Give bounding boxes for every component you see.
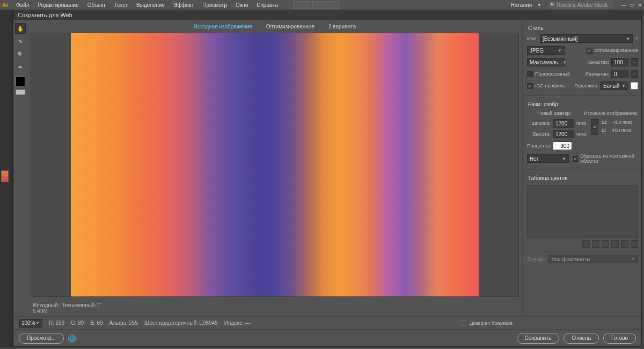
optimized-checkbox[interactable]: ✓ bbox=[587, 48, 592, 54]
width-label: Ширина: bbox=[527, 121, 551, 126]
slice-visibility-icon[interactable] bbox=[16, 90, 25, 95]
color-table-buttons bbox=[527, 240, 638, 248]
user-chevron-down-icon[interactable]: ▼ bbox=[537, 3, 541, 8]
canvas-info: Исходный: "Безымянный-1" 5,49M bbox=[27, 300, 522, 316]
toolbar-icon[interactable] bbox=[293, 1, 302, 9]
chevron-down-icon: ▼ bbox=[621, 84, 626, 88]
canvas-viewport[interactable] bbox=[31, 33, 519, 297]
status-b: B: 69 bbox=[90, 320, 103, 326]
browser-dither-label: Дизеринг браузера bbox=[470, 321, 513, 326]
status-r: R: 233 bbox=[49, 320, 64, 326]
icc-profile-label: ICC-профиль bbox=[535, 83, 565, 88]
preset-name-label: Имя: bbox=[527, 36, 538, 41]
toolbar-icon[interactable] bbox=[322, 1, 331, 9]
toolbar-icon[interactable] bbox=[332, 1, 340, 9]
save-button[interactable]: Сохранить bbox=[517, 333, 560, 344]
eyedropper-color-swatch bbox=[16, 77, 25, 86]
src-width-value: 400 пикс. bbox=[613, 120, 633, 125]
height-label: Высота: bbox=[527, 131, 551, 137]
blur-input[interactable]: 0 bbox=[611, 70, 628, 78]
ct-btn[interactable] bbox=[621, 240, 628, 248]
app-menubar: Ai Файл Редактирование Объект Текст Выде… bbox=[0, 0, 644, 10]
window-minimize-icon[interactable]: — bbox=[621, 2, 626, 8]
cancel-button[interactable]: Отмена bbox=[564, 333, 599, 344]
clip-artboard-label: Обрезать по монтажной области bbox=[580, 153, 638, 164]
preset-heading: Стиль bbox=[528, 25, 638, 31]
blur-stepper[interactable]: › bbox=[631, 70, 638, 78]
menubar-toolbar-icons bbox=[293, 1, 340, 9]
quality-stepper[interactable]: › bbox=[631, 58, 638, 66]
menu-help[interactable]: Справка bbox=[253, 2, 281, 8]
zoom-tool-icon[interactable]: 🔍 bbox=[15, 49, 26, 60]
progressive-checkbox[interactable] bbox=[527, 71, 533, 77]
chevron-down-icon: ▼ bbox=[626, 36, 630, 41]
window-restore-icon[interactable]: ▭ bbox=[630, 2, 634, 8]
width-input[interactable]: 1200 bbox=[553, 119, 574, 128]
canvas-info-filesize: 5,49M bbox=[33, 308, 517, 314]
image-size-heading: Разм. изобр. bbox=[528, 101, 638, 107]
matte-select[interactable]: Белый▼ bbox=[601, 81, 628, 90]
percent-input[interactable]: 300 bbox=[553, 142, 572, 150]
matte-color-swatch[interactable] bbox=[631, 82, 638, 90]
preview-in-browser-icon[interactable]: 🌐 bbox=[68, 335, 76, 342]
done-button[interactable]: Готово bbox=[603, 333, 636, 344]
adobe-stock-search-input[interactable]: Поиск в Adobe Stock bbox=[549, 1, 613, 9]
quality-input[interactable]: 100 bbox=[611, 58, 628, 66]
menu-edit[interactable]: Редактирование bbox=[34, 2, 83, 8]
chevron-down-icon: ▼ bbox=[35, 321, 40, 325]
format-select[interactable]: JPEG▼ bbox=[527, 46, 565, 55]
menu-window[interactable]: Окно bbox=[232, 2, 252, 8]
menu-effect[interactable]: Эффект bbox=[170, 2, 197, 8]
height-input[interactable]: 1200 bbox=[553, 130, 574, 138]
toolbar-icon[interactable] bbox=[312, 1, 321, 9]
tab-original[interactable]: Исходное изображение bbox=[191, 23, 255, 31]
canvas-image bbox=[71, 33, 479, 297]
ct-trash-icon[interactable] bbox=[631, 240, 638, 248]
save-for-web-dialog: Сохранить для Web ✋ ✎ 🔍 ✒ Исходное изобр… bbox=[13, 10, 642, 347]
gradient-swatch bbox=[1, 170, 9, 182]
px-unit: пикс. bbox=[576, 121, 588, 126]
status-bar: 100%▼ R: 233 G: 89 B: 69 Альфа: 255 Шест… bbox=[13, 316, 641, 329]
hand-tool-icon[interactable]: ✋ bbox=[15, 23, 26, 34]
menu-select[interactable]: Выделение bbox=[133, 2, 169, 8]
preview-pane: Исходное изображение Оптимизированное 2 … bbox=[27, 20, 522, 316]
export-select: Все фрагменты▼ bbox=[548, 255, 638, 263]
dialog-title: Сохранить для Web bbox=[13, 10, 641, 20]
icc-profile-checkbox[interactable]: ✓ bbox=[527, 83, 533, 89]
tab-2up[interactable]: 2 варианта bbox=[325, 23, 359, 31]
window-close-icon[interactable]: ✕ bbox=[638, 2, 642, 8]
status-hex: Шестнадцатеричный: E95945 bbox=[144, 320, 218, 326]
canvas-info-filename: Исходный: "Безымянный-1" bbox=[33, 302, 517, 308]
menu-view[interactable]: Просмотр bbox=[199, 2, 231, 8]
src-width-label: Ш: bbox=[602, 120, 608, 125]
ct-btn[interactable] bbox=[611, 240, 619, 248]
zoom-select[interactable]: 100%▼ bbox=[19, 319, 42, 328]
status-index: Индекс: — bbox=[224, 320, 251, 326]
quality-label: Качество: bbox=[587, 60, 609, 65]
clip-artboard-checkbox[interactable]: ✓ bbox=[573, 156, 578, 162]
chevron-down-icon: ▼ bbox=[562, 60, 567, 65]
ct-btn[interactable] bbox=[592, 240, 599, 248]
ct-btn[interactable] bbox=[582, 240, 590, 248]
percent-label: Проценты: bbox=[527, 143, 551, 148]
ct-btn[interactable] bbox=[602, 240, 609, 248]
px-unit: пикс. bbox=[576, 131, 588, 137]
constrain-proportions-icon[interactable]: ⚭ bbox=[591, 119, 598, 135]
quality-preset-select[interactable]: Максималь...▼ bbox=[527, 58, 565, 66]
menu-file[interactable]: Файл bbox=[12, 2, 33, 8]
slice-tool-icon[interactable]: ✎ bbox=[15, 36, 26, 47]
interpolation-select[interactable]: Нет▼ bbox=[527, 154, 569, 163]
src-height-label: В: bbox=[602, 128, 606, 133]
preview-button[interactable]: Просмотр... bbox=[19, 333, 64, 344]
menu-object[interactable]: Объект bbox=[84, 2, 109, 8]
eyedropper-tool-icon[interactable]: ✒ bbox=[15, 62, 26, 72]
toolbar-icon[interactable] bbox=[303, 1, 311, 9]
tab-optimized[interactable]: Оптимизированное bbox=[263, 23, 318, 31]
user-name[interactable]: Наталия bbox=[511, 2, 532, 8]
settings-panel: Стиль Имя: [Безымянный]▼ ≡ JPEG▼ ✓ Оптим… bbox=[522, 20, 641, 316]
menu-text[interactable]: Текст bbox=[111, 2, 131, 8]
dialog-footer: Просмотр... 🌐 Сохранить Отмена Готово bbox=[13, 329, 641, 346]
preset-name-select[interactable]: [Безымянный]▼ bbox=[540, 34, 633, 43]
chevron-down-icon: ▼ bbox=[562, 157, 566, 161]
preset-menu-icon[interactable]: ≡ bbox=[635, 36, 638, 42]
